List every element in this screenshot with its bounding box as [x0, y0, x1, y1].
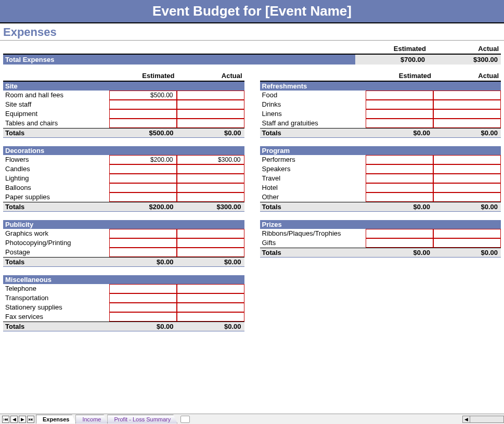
line-item-actual[interactable]	[177, 293, 244, 303]
line-item-estimated[interactable]	[366, 238, 433, 248]
line-item-estimated[interactable]	[109, 248, 177, 257]
group-title: Refreshments	[260, 82, 501, 91]
line-item-estimated[interactable]	[366, 155, 433, 164]
line-item-actual[interactable]	[177, 248, 244, 257]
line-item-row: Flowers$200.00$300.00	[3, 155, 244, 164]
line-item-actual[interactable]	[177, 229, 244, 238]
line-item-actual[interactable]	[433, 174, 501, 183]
line-item-actual[interactable]	[177, 238, 244, 248]
group-totals-row: Totals$500.00$0.00	[3, 128, 244, 138]
line-item-row: Food	[260, 91, 501, 100]
line-item-estimated[interactable]: $500.00	[109, 91, 177, 100]
totals-label: Totals	[260, 248, 366, 257]
totals-estimated: $0.00	[366, 129, 433, 137]
line-item-name: Paper supplies	[3, 192, 109, 202]
new-sheet-icon[interactable]	[180, 416, 190, 423]
line-item-estimated[interactable]	[109, 164, 177, 174]
left-column: Estimated Actual SiteRoom and hall fees$…	[3, 71, 244, 340]
line-item-row: Travel	[260, 174, 501, 183]
tab-profit-loss[interactable]: Profit - Loss Summary	[107, 415, 177, 423]
line-item-estimated[interactable]	[109, 284, 177, 293]
summary-header: Estimated Actual	[3, 44, 501, 55]
nav-next-icon[interactable]: ▶	[19, 416, 26, 423]
horizontal-scrollbar[interactable]: ◀	[462, 416, 504, 423]
line-item-actual[interactable]	[433, 183, 501, 192]
group-totals-row: Totals$0.00$0.00	[260, 248, 501, 258]
nav-first-icon[interactable]: ⏮	[2, 416, 9, 423]
tab-expenses[interactable]: Expenses	[36, 415, 76, 423]
nav-last-icon[interactable]: ⏭	[27, 416, 34, 423]
line-item-estimated[interactable]	[366, 174, 433, 183]
line-item-actual[interactable]	[177, 174, 244, 183]
line-item-name: Graphics work	[3, 229, 109, 238]
line-item-estimated[interactable]	[109, 100, 177, 109]
line-item-actual[interactable]	[177, 91, 244, 100]
total-expenses-act: $300.00	[428, 55, 501, 65]
line-item-actual[interactable]	[177, 303, 244, 312]
summary-act-label: Actual	[428, 44, 501, 54]
line-item-estimated[interactable]: $200.00	[109, 155, 177, 164]
line-item-actual[interactable]	[433, 109, 501, 119]
group-title: Prizes	[260, 220, 501, 229]
line-item-estimated[interactable]	[366, 119, 433, 128]
left-col-header: Estimated Actual	[3, 71, 244, 82]
line-item-actual[interactable]	[177, 119, 244, 128]
group-title: Program	[260, 146, 501, 155]
line-item-actual[interactable]	[433, 100, 501, 109]
line-item-name: Staff and gratuities	[260, 119, 366, 128]
line-item-name: Telephone	[3, 284, 109, 293]
line-item-actual[interactable]	[177, 100, 244, 109]
group-totals-row: Totals$200.00$300.00	[3, 202, 244, 212]
line-item-estimated[interactable]	[109, 109, 177, 119]
line-item-actual[interactable]	[433, 155, 501, 164]
line-item-actual[interactable]	[433, 91, 501, 100]
line-item-estimated[interactable]	[366, 91, 433, 100]
totals-actual: $0.00	[433, 129, 501, 137]
line-item-name: Balloons	[3, 183, 109, 192]
line-item-actual[interactable]	[177, 312, 244, 322]
group-title: Publicity	[3, 220, 244, 229]
group-title: Miscellaneous	[3, 275, 244, 284]
line-item-estimated[interactable]	[109, 238, 177, 248]
nav-prev-icon[interactable]: ◀	[10, 416, 18, 423]
line-item-estimated[interactable]	[366, 100, 433, 109]
line-item-actual[interactable]	[433, 119, 501, 128]
line-item-actual[interactable]	[177, 192, 244, 202]
line-item-row: Transportation	[3, 293, 244, 303]
totals-label: Totals	[3, 322, 109, 331]
line-item-actual[interactable]	[433, 238, 501, 248]
line-item-actual[interactable]	[177, 109, 244, 119]
totals-estimated: $200.00	[109, 202, 177, 211]
line-item-actual[interactable]	[433, 164, 501, 174]
line-item-estimated[interactable]	[366, 164, 433, 174]
totals-label: Totals	[3, 258, 109, 266]
line-item-actual[interactable]	[433, 192, 501, 202]
line-item-estimated[interactable]	[366, 192, 433, 202]
line-item-estimated[interactable]	[366, 183, 433, 192]
line-item-actual[interactable]	[177, 284, 244, 293]
line-item-actual[interactable]	[177, 183, 244, 192]
line-item-estimated[interactable]	[109, 312, 177, 322]
line-item-estimated[interactable]	[109, 303, 177, 312]
line-item-estimated[interactable]	[366, 109, 433, 119]
total-expenses-row: Total Expenses $700.00 $300.00	[3, 55, 501, 65]
sheet-tab-bar: ⏮ ◀ ▶ ⏭ Expenses Income Profit - Loss Su…	[0, 414, 504, 424]
line-item-estimated[interactable]	[109, 174, 177, 183]
line-item-estimated[interactable]	[109, 229, 177, 238]
line-item-estimated[interactable]	[109, 119, 177, 128]
expense-group: PrizesRibbons/Plaques/TrophiesGiftsTotal…	[260, 220, 501, 258]
scroll-left-icon[interactable]: ◀	[463, 416, 470, 422]
line-item-estimated[interactable]	[109, 183, 177, 192]
line-item-estimated[interactable]	[109, 293, 177, 303]
tab-income[interactable]: Income	[75, 415, 108, 423]
totals-estimated: $0.00	[366, 248, 433, 257]
totals-actual: $0.00	[433, 202, 501, 211]
line-item-name: Flowers	[3, 155, 109, 164]
total-expenses-label: Total Expenses	[3, 55, 355, 65]
line-item-row: Telephone	[3, 284, 244, 293]
line-item-estimated[interactable]	[109, 192, 177, 202]
line-item-actual[interactable]	[177, 164, 244, 174]
line-item-actual[interactable]: $300.00	[177, 155, 244, 164]
line-item-actual[interactable]	[433, 229, 501, 238]
line-item-estimated[interactable]	[366, 229, 433, 238]
